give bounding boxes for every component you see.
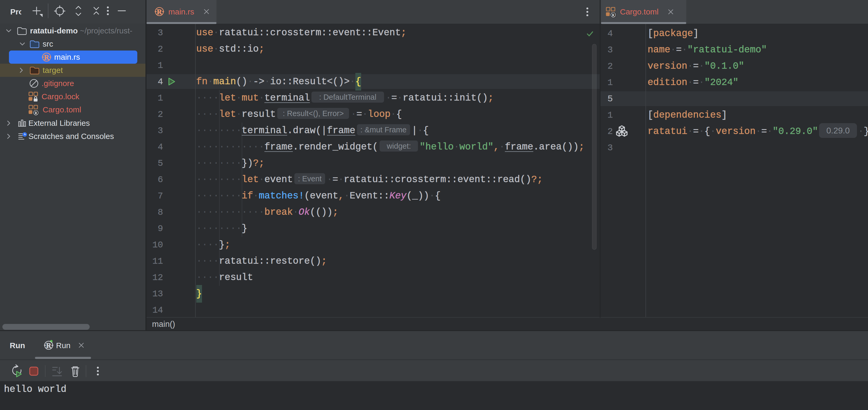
- svg-text:R: R: [46, 342, 51, 349]
- svg-text:R: R: [157, 8, 162, 16]
- svg-text:R: R: [612, 13, 614, 17]
